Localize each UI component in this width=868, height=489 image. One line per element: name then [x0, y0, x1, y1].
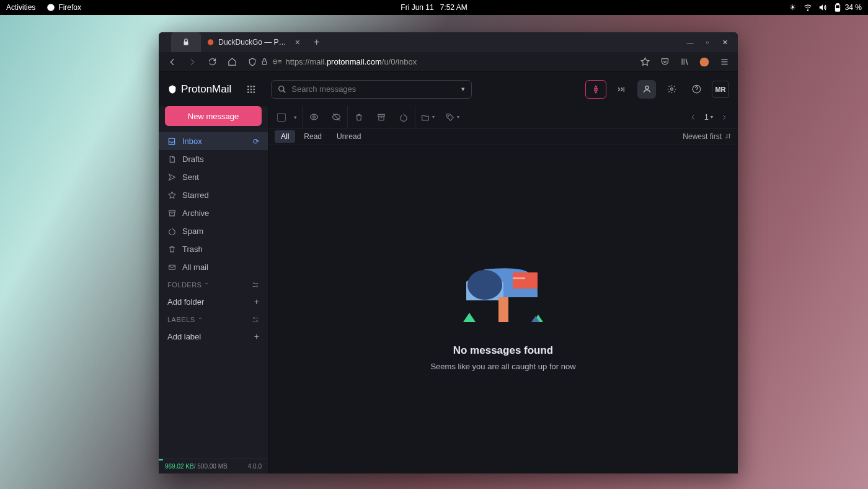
- new-tab-button[interactable]: +: [306, 37, 327, 48]
- filter-bar: All Read Unread Newest first: [268, 128, 738, 145]
- titlebar: DuckDuckGo — Privacy, s × + — ▫ ✕: [159, 32, 738, 52]
- protonmail-app: ProtonMail ▾ MR New message Inbox⟳Drafts…: [159, 72, 738, 473]
- pocket-button[interactable]: [657, 55, 672, 70]
- folder-starred[interactable]: Starred: [159, 186, 268, 204]
- select-all-checkbox[interactable]: [277, 113, 286, 122]
- protonmail-logo-icon: [167, 84, 177, 94]
- svg-point-18: [279, 86, 284, 91]
- mailbox-illustration: [460, 248, 547, 328]
- url-text: https://mail.protonmail.com/u/0/inbox: [285, 57, 629, 66]
- svg-point-24: [254, 283, 255, 284]
- menu-button[interactable]: [717, 55, 732, 70]
- current-app[interactable]: Firefox: [46, 3, 81, 12]
- activities-button[interactable]: Activities: [6, 3, 35, 12]
- help-button[interactable]: [687, 80, 706, 99]
- close-window-button[interactable]: ✕: [720, 38, 729, 47]
- permissions-icon[interactable]: ⊖≡: [272, 58, 281, 66]
- settings-button[interactable]: [662, 80, 681, 99]
- urlbar: ⊖≡ https://mail.protonmail.com/u/0/inbox: [159, 52, 738, 72]
- mark-read-button[interactable]: [303, 106, 325, 128]
- lock-icon[interactable]: [260, 58, 268, 66]
- compose-button[interactable]: New message: [165, 106, 262, 126]
- add-folder-button[interactable]: Add folder+: [159, 292, 268, 311]
- sort-button[interactable]: Newest first: [683, 132, 732, 141]
- volume-icon[interactable]: [818, 3, 827, 12]
- svg-rect-23: [169, 265, 175, 269]
- prev-page-button[interactable]: [684, 106, 702, 128]
- apps-grid-button[interactable]: [244, 82, 259, 97]
- plus-icon: +: [254, 331, 259, 341]
- trash-icon: [167, 245, 176, 253]
- clock[interactable]: Fri Jun 11 7:52 AM: [401, 3, 467, 12]
- tab-close-button[interactable]: ×: [295, 37, 300, 47]
- filter-read[interactable]: Read: [298, 130, 328, 143]
- bookmark-star-button[interactable]: [637, 55, 652, 70]
- archive-button[interactable]: [370, 106, 392, 128]
- svg-rect-33: [513, 277, 525, 279]
- reload-button[interactable]: [205, 55, 219, 70]
- svg-point-20: [670, 88, 673, 91]
- shield-icon[interactable]: [248, 58, 257, 66]
- svg-point-1: [807, 10, 808, 11]
- back-button[interactable]: [165, 55, 180, 70]
- folder-inbox[interactable]: Inbox⟳: [159, 132, 268, 150]
- brightness-icon[interactable]: ☀: [789, 3, 797, 12]
- folder-spam[interactable]: Spam: [159, 222, 268, 240]
- refresh-icon[interactable]: ⟳: [253, 137, 259, 146]
- maximize-button[interactable]: ▫: [703, 38, 712, 47]
- filter-all[interactable]: All: [275, 130, 295, 143]
- folder-archive[interactable]: Archive: [159, 204, 268, 222]
- move-to-folder-button[interactable]: ▾: [415, 106, 440, 128]
- tab-pinned-protonmail[interactable]: [171, 32, 201, 52]
- url-input[interactable]: ⊖≡ https://mail.protonmail.com/u/0/inbox: [244, 54, 632, 70]
- folder-all-mail[interactable]: All mail: [159, 258, 268, 276]
- folder-drafts[interactable]: Drafts: [159, 150, 268, 168]
- sort-icon: [725, 133, 732, 140]
- folder-label: Spam: [182, 227, 203, 236]
- home-button[interactable]: [224, 55, 239, 70]
- tab-duckduckgo[interactable]: DuckDuckGo — Privacy, s ×: [201, 32, 306, 52]
- folders-section-header[interactable]: FOLDERS⌃: [159, 276, 268, 292]
- account-button[interactable]: [697, 55, 712, 70]
- folders-settings-icon[interactable]: [252, 281, 259, 289]
- search-input[interactable]: [291, 84, 456, 94]
- folder-trash[interactable]: Trash: [159, 240, 268, 258]
- folder-label: Sent: [182, 173, 199, 182]
- mark-unread-button[interactable]: [325, 106, 347, 128]
- labels-settings-icon[interactable]: [252, 316, 259, 323]
- folder-sent[interactable]: Sent: [159, 168, 268, 186]
- contacts-button[interactable]: [637, 80, 656, 99]
- chevron-up-icon: ⌃: [204, 282, 210, 289]
- spam-button[interactable]: [392, 106, 415, 128]
- keyboard-shortcuts-button[interactable]: [613, 80, 631, 99]
- forward-button[interactable]: [185, 55, 200, 70]
- minimize-button[interactable]: —: [686, 38, 694, 47]
- svg-point-12: [247, 88, 249, 90]
- firefox-icon: [46, 3, 55, 12]
- user-avatar[interactable]: MR: [712, 81, 729, 98]
- upgrade-button[interactable]: [585, 80, 606, 99]
- svg-point-0: [48, 4, 55, 11]
- trash-button[interactable]: [348, 106, 370, 128]
- battery-icon: [833, 3, 842, 12]
- svg-point-17: [254, 91, 255, 93]
- label-button[interactable]: ▾: [440, 106, 465, 128]
- search-chevron-icon[interactable]: ▾: [461, 85, 465, 93]
- svg-point-31: [467, 270, 502, 300]
- select-dropdown[interactable]: ▾: [288, 106, 302, 128]
- svg-point-9: [247, 86, 249, 87]
- next-page-button[interactable]: [715, 106, 733, 128]
- library-button[interactable]: [677, 55, 692, 70]
- storage-indicator[interactable]: 969.02 KB / 500.00 MB 4.0.0: [159, 459, 268, 473]
- filter-unread[interactable]: Unread: [330, 130, 367, 143]
- page-selector[interactable]: 1▾: [704, 106, 713, 128]
- wifi-icon[interactable]: [804, 3, 812, 12]
- labels-section-header[interactable]: LABELS⌃: [159, 311, 268, 327]
- logo[interactable]: ProtonMail: [167, 83, 231, 96]
- search-bar[interactable]: ▾: [271, 80, 472, 99]
- folder-label: Drafts: [182, 155, 204, 164]
- svg-point-27: [257, 321, 258, 322]
- svg-point-30: [448, 115, 449, 116]
- add-label-button[interactable]: Add label+: [159, 327, 268, 346]
- battery-indicator[interactable]: 34 %: [833, 3, 862, 12]
